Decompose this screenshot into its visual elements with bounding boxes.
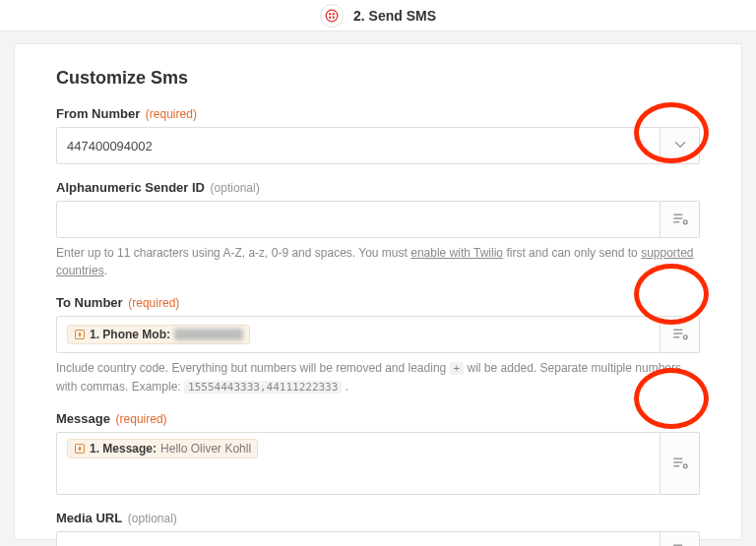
svg-point-0 [326, 10, 338, 22]
field-source-icon [74, 443, 86, 455]
optional-flag: (optional) [128, 512, 177, 525]
enable-twilio-link[interactable]: enable with Twilio [410, 246, 503, 260]
svg-point-18 [683, 463, 687, 467]
step-title: 2. Send SMS [353, 8, 436, 24]
media-url-label: Media URL [56, 511, 122, 525]
to-number-field-chip[interactable]: 1. Phone Mob: [67, 325, 250, 344]
media-url-insert-field-button[interactable] [661, 531, 700, 546]
from-number-dropdown-button[interactable] [661, 127, 700, 164]
to-number-help: Include country code. Everything but num… [56, 359, 700, 395]
required-flag: (required) [128, 296, 179, 310]
chip-label: 1. Message: [90, 442, 157, 455]
field-source-icon [74, 329, 86, 340]
svg-point-4 [333, 16, 335, 18]
chevron-down-icon [671, 136, 689, 156]
sender-id-label: Alphanumeric Sender ID [56, 180, 205, 195]
insert-field-icon [671, 454, 689, 474]
form-panel: Customize Sms From Number (required) 447… [14, 43, 742, 540]
field-from-number: From Number (required) 447400094002 [56, 106, 700, 164]
from-number-label: From Number [56, 106, 140, 121]
field-message: Message (required) 1. Message: Hello Oli… [56, 411, 700, 495]
required-flag: (required) [146, 107, 197, 121]
optional-flag: (optional) [211, 181, 260, 195]
insert-field-icon [671, 540, 689, 547]
media-url-input[interactable] [56, 531, 661, 546]
svg-point-3 [329, 16, 331, 18]
message-insert-field-button[interactable] [661, 432, 700, 495]
chip-label: 1. Phone Mob: [90, 328, 170, 341]
field-media-url: Media URL (optional) Must be a URL that … [56, 511, 700, 546]
twilio-icon [320, 4, 344, 28]
svg-point-8 [683, 219, 687, 223]
step-header: 2. Send SMS [0, 0, 756, 31]
svg-point-13 [683, 334, 687, 338]
message-input[interactable]: 1. Message: Hello Oliver Kohll [56, 432, 661, 495]
to-number-input[interactable]: 1. Phone Mob: [56, 316, 661, 353]
chip-value: Hello Oliver Kohll [160, 442, 251, 455]
svg-point-1 [329, 13, 331, 15]
from-number-input[interactable]: 447400094002 [56, 127, 661, 164]
insert-field-icon [671, 325, 689, 345]
field-sender-id: Alphanumeric Sender ID (optional) Enter … [56, 180, 700, 279]
to-number-label: To Number [56, 295, 123, 310]
insert-field-icon [671, 210, 689, 230]
sender-id-help: Enter up to 11 characters using A-Z, a-z… [56, 244, 700, 279]
sender-id-insert-field-button[interactable] [661, 201, 700, 238]
sender-id-input[interactable] [56, 201, 661, 238]
message-field-chip[interactable]: 1. Message: Hello Oliver Kohll [67, 439, 258, 458]
chip-blurred-value [174, 329, 243, 340]
section-title: Customize Sms [56, 68, 700, 89]
svg-point-2 [333, 13, 335, 15]
message-label: Message [56, 411, 110, 426]
to-number-insert-field-button[interactable] [661, 316, 700, 353]
required-flag: (required) [116, 412, 167, 426]
from-number-value: 447400094002 [67, 139, 153, 153]
field-to-number: To Number (required) 1. Phone Mob: [56, 295, 700, 395]
